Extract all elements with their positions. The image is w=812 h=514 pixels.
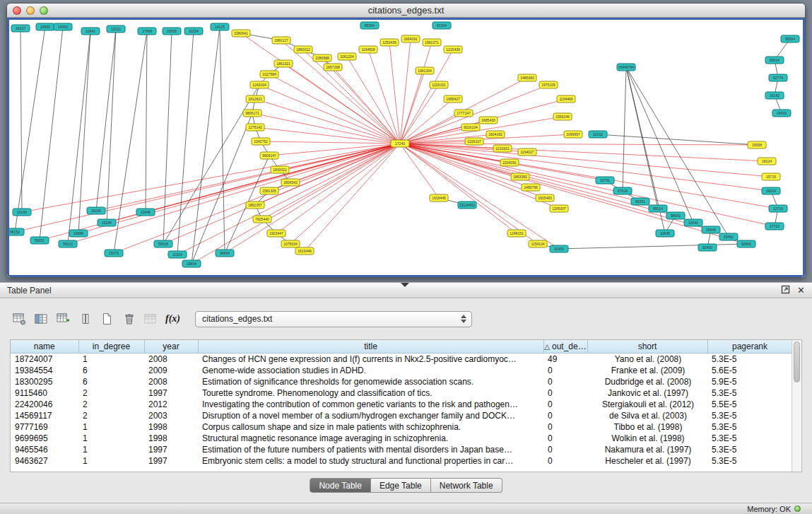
graph-node[interactable]: 1958427	[444, 95, 462, 103]
graph-node[interactable]: 2061204	[338, 53, 356, 60]
graph-node[interactable]: 16945	[702, 226, 720, 233]
graph-node[interactable]: 15288	[98, 219, 116, 226]
table-scrollbar[interactable]	[792, 340, 801, 472]
graph-node[interactable]: 96854	[216, 250, 234, 257]
graph-node[interactable]: 92450	[737, 240, 755, 247]
cell-pagerank[interactable]: 5.3E-5	[707, 421, 792, 433]
graph-node[interactable]: 1519446	[295, 247, 314, 255]
graph-node[interactable]: 2280588	[313, 54, 331, 62]
graph-node[interactable]: 1495796	[522, 184, 540, 191]
table-row[interactable]: 2242004622012Investigating the contribut…	[11, 399, 792, 410]
graph-node[interactable]: 1275142	[246, 124, 264, 131]
cell-out_de[interactable]: 0	[543, 365, 587, 376]
graph-node[interactable]: 1960127	[272, 37, 290, 44]
table-row[interactable]: 1456911722003Disruption of a novel membe…	[11, 410, 792, 421]
cell-pagerank[interactable]: 5.3E-5	[707, 353, 792, 365]
cell-out_de[interactable]: 0	[543, 433, 587, 444]
graph-node[interactable]: 7625440	[253, 216, 271, 223]
cell-in_degree[interactable]: 2	[78, 399, 144, 410]
graph-node[interactable]: 16142	[765, 92, 784, 99]
cell-pagerank[interactable]: 5.5E-5	[707, 399, 792, 410]
cell-title[interactable]: Genome-wide association studies in ADHD.	[198, 365, 543, 376]
cell-name[interactable]: 19384554	[11, 365, 78, 376]
graph-node[interactable]: 16227	[11, 25, 30, 32]
table-row[interactable]: 946554611997Estimation of the future num…	[11, 444, 792, 455]
zoom-window-button[interactable]	[40, 6, 48, 15]
graph-node[interactable]: 20160	[13, 209, 31, 216]
cell-in_degree[interactable]: 1	[78, 353, 144, 365]
graph-node[interactable]: 12021	[107, 25, 125, 33]
graph-node[interactable]: 1685430	[479, 117, 498, 124]
cell-title[interactable]: Corpus callosum shape and size in male p…	[198, 421, 543, 433]
cell-year[interactable]: 2008	[144, 353, 198, 365]
column-header-pagerank[interactable]: pagerank	[707, 340, 792, 353]
table-row[interactable]: 1830029562008Estimation of significance …	[11, 376, 792, 387]
graph-node[interactable]: 17703	[765, 223, 784, 230]
graph-node[interactable]: 1918445	[430, 194, 448, 201]
graph-node[interactable]: 15715	[762, 173, 780, 180]
graph-node[interactable]: 14125	[211, 23, 229, 30]
close-panel-icon[interactable]: ✕	[797, 286, 805, 296]
cell-out_de[interactable]: 0	[543, 387, 587, 399]
panel-splitter-handle[interactable]	[401, 283, 409, 287]
graph-node[interactable]: 95904	[781, 35, 799, 42]
graph-node[interactable]: 17999	[138, 28, 156, 35]
cell-title[interactable]: Changes of HCN gene expression and I(f) …	[198, 353, 543, 365]
cell-pagerank[interactable]: 5.3E-5	[707, 444, 792, 455]
table-row[interactable]: 977716911998Corpus callosum shape and si…	[11, 421, 792, 433]
graph-node[interactable]: 9806171	[243, 110, 261, 117]
graph-node[interactable]: 92450	[698, 244, 717, 251]
graph-node[interactable]: 10254	[184, 28, 203, 35]
cell-name[interactable]: 22420046	[11, 399, 78, 410]
graph-node[interactable]: 10114	[168, 251, 187, 258]
column-header-short[interactable]: short	[587, 340, 707, 353]
cell-year[interactable]: 1998	[144, 421, 198, 433]
cell-short[interactable]: Dudbridge et al. (2008)	[587, 376, 707, 387]
cell-title[interactable]: Structural magnetic resonance image aver…	[198, 433, 543, 444]
graph-node[interactable]: 14543	[772, 110, 791, 117]
cell-in_degree[interactable]: 2	[78, 387, 144, 399]
table-row[interactable]: 969969511998Structural magnetic resonanc…	[11, 433, 792, 444]
cell-name[interactable]: 18724007	[11, 353, 78, 365]
tab-node-table[interactable]: Node Table	[310, 478, 371, 493]
graph-node[interactable]: 10945	[656, 230, 674, 237]
graph-node[interactable]: 1485083	[518, 74, 536, 81]
graph-node[interactable]: 1210621	[493, 145, 512, 152]
cell-in_degree[interactable]: 1	[78, 421, 144, 433]
cell-in_degree[interactable]: 1	[78, 433, 144, 444]
cell-out_de[interactable]: 0	[543, 444, 587, 455]
graph-node[interactable]: 1581305	[260, 187, 278, 194]
float-panel-icon[interactable]	[781, 285, 790, 296]
graph-node[interactable]: 16791	[596, 177, 614, 184]
network-view-window[interactable]: citations_edges.txt 17240186102110275841…	[6, 3, 806, 278]
column-header-title[interactable]: title	[198, 340, 543, 353]
cell-in_degree[interactable]: 6	[78, 365, 144, 376]
graph-node[interactable]: 96152	[9, 228, 24, 235]
cell-year[interactable]: 2012	[144, 399, 198, 410]
cell-short[interactable]: Nakamura et al. (1997)	[587, 444, 707, 455]
graph-node[interactable]: 1253439	[380, 39, 399, 46]
graph-node[interactable]: 19804	[182, 260, 201, 267]
graph-node[interactable]: 92774	[769, 74, 787, 81]
cell-name[interactable]: 9115460	[11, 387, 78, 399]
graph-node[interactable]: 10889	[69, 230, 88, 237]
graph-node[interactable]: 9909147	[260, 152, 278, 159]
graph-node[interactable]: 1853082	[511, 173, 529, 180]
cell-year[interactable]: 1997	[144, 387, 198, 399]
graph-node[interactable]: 16448794	[617, 64, 635, 71]
cell-year[interactable]: 1998	[144, 433, 198, 444]
graph-node[interactable]: 1923447	[267, 230, 286, 237]
cell-name[interactable]: 18300295	[11, 376, 78, 387]
new-table-icon[interactable]	[98, 310, 117, 328]
graph-node[interactable]: 15958	[748, 141, 766, 148]
import-table-icon[interactable]	[141, 310, 160, 328]
graph-node[interactable]: 59015	[154, 240, 172, 247]
cell-in_degree[interactable]: 6	[78, 376, 144, 387]
graph-node[interactable]: 2280641	[232, 30, 250, 37]
cell-title[interactable]: Tourette syndrome. Phenomenology and cla…	[198, 387, 543, 399]
graph-node[interactable]: 1099657	[564, 131, 582, 138]
graph-node[interactable]: 1042752	[252, 138, 270, 145]
cell-year[interactable]: 2009	[144, 365, 198, 376]
graph-node[interactable]: 95014	[649, 205, 667, 212]
graph-node[interactable]: 1248151	[507, 230, 526, 237]
